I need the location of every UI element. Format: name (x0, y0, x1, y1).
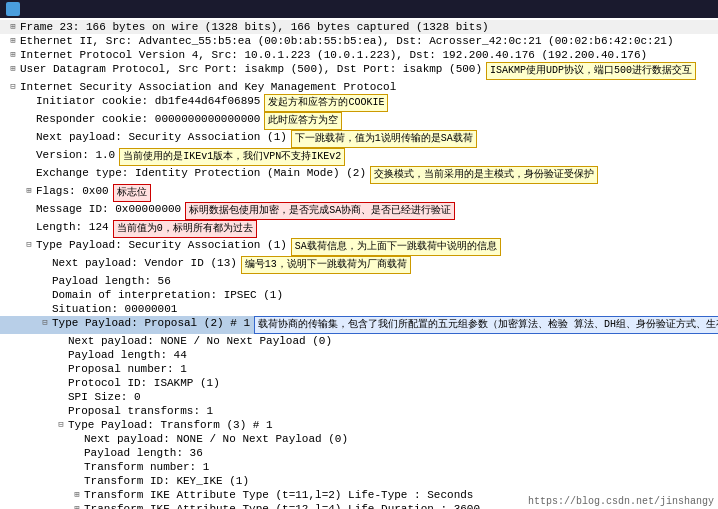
expand-icon[interactable]: ⊟ (22, 238, 36, 252)
watermark: https://blog.csdn.net/jinshangy (524, 494, 718, 509)
line-text: Version: 1.0 (36, 148, 115, 162)
packet-line[interactable]: ⊞User Datagram Protocol, Src Port: isakm… (0, 62, 718, 80)
packet-line: Proposal number: 1 (0, 362, 718, 376)
packet-line: Version: 1.0当前使用的是IKEv1版本，我们VPN不支持IKEv2 (0, 148, 718, 166)
packet-line: Proposal transforms: 1 (0, 404, 718, 418)
line-text: Next payload: Vendor ID (13) (52, 256, 237, 270)
packet-line: Next payload: Vendor ID (13)编号13，说明下一跳载荷… (0, 256, 718, 274)
packet-line: Responder cookie: 0000000000000000此时应答方为… (0, 112, 718, 130)
annotation: 标志位 (113, 184, 151, 202)
title-bar (0, 0, 718, 18)
line-text: Type Payload: Security Association (1) (36, 238, 287, 252)
expand-icon[interactable]: ⊞ (6, 20, 20, 34)
annotation: 发起方和应答方的COOKIE (264, 94, 388, 112)
annotation: 载荷协商的传输集，包含了我们所配置的五元组参数（加密算法、检验 算法、DH组、身… (254, 316, 718, 334)
line-text: Ethernet II, Src: Advantec_55:b5:ea (00:… (20, 34, 674, 48)
line-text: Transform ID: KEY_IKE (1) (84, 474, 249, 488)
line-text: Proposal number: 1 (68, 362, 187, 376)
line-text: Protocol ID: ISAKMP (1) (68, 376, 220, 390)
line-text: SPI Size: 0 (68, 390, 141, 404)
packet-line[interactable]: ⊟Type Payload: Proposal (2) # 1载荷协商的传输集，… (0, 316, 718, 334)
line-text: Situation: 00000001 (52, 302, 177, 316)
line-text: Type Payload: Proposal (2) # 1 (52, 316, 250, 330)
line-text: Responder cookie: 0000000000000000 (36, 112, 260, 126)
packet-line: Next payload: Security Association (1)下一… (0, 130, 718, 148)
annotation: 下一跳载荷，值为1说明传输的是SA载荷 (291, 130, 477, 148)
line-text: User Datagram Protocol, Src Port: isakmp… (20, 62, 482, 76)
packet-line: SPI Size: 0 (0, 390, 718, 404)
annotation: ISAKMP使用UDP协议，端口500进行数据交互 (486, 62, 696, 80)
packet-content: ⊞Frame 23: 166 bytes on wire (1328 bits)… (0, 18, 718, 509)
line-text: Next payload: NONE / No Next Payload (0) (68, 334, 332, 348)
packet-line: Protocol ID: ISAKMP (1) (0, 376, 718, 390)
expand-icon[interactable]: ⊞ (70, 488, 84, 502)
packet-line: Transform number: 1 (0, 460, 718, 474)
annotation: 标明数据包使用加密，是否完成SA协商、是否已经进行验证 (185, 202, 455, 220)
line-text: Initiator cookie: db1fe44d64f06895 (36, 94, 260, 108)
expand-icon[interactable]: ⊟ (38, 316, 52, 330)
packet-line: Payload length: 44 (0, 348, 718, 362)
expand-icon[interactable]: ⊟ (54, 418, 68, 432)
expand-icon[interactable]: ⊞ (22, 184, 36, 198)
packet-line: Domain of interpretation: IPSEC (1) (0, 288, 718, 302)
packet-line[interactable]: ⊞Internet Protocol Version 4, Src: 10.0.… (0, 48, 718, 62)
line-text: Message ID: 0x00000000 (36, 202, 181, 216)
expand-icon[interactable]: ⊞ (6, 48, 20, 62)
line-text: Transform number: 1 (84, 460, 209, 474)
annotation: SA载荷信息，为上面下一跳载荷中说明的信息 (291, 238, 501, 256)
line-text: Transform IKE Attribute Type (t=12,l=4) … (84, 502, 480, 509)
line-text: Transform IKE Attribute Type (t=11,l=2) … (84, 488, 473, 502)
packet-line[interactable]: ⊟Internet Security Association and Key M… (0, 80, 718, 94)
annotation: 当前值为0，标明所有都为过去 (113, 220, 257, 238)
packet-line[interactable]: ⊞Ethernet II, Src: Advantec_55:b5:ea (00… (0, 34, 718, 48)
expand-icon[interactable]: ⊟ (6, 80, 20, 94)
packet-line: Length: 124当前值为0，标明所有都为过去 (0, 220, 718, 238)
line-text: Payload length: 36 (84, 446, 203, 460)
annotation: 编号13，说明下一跳载荷为厂商载荷 (241, 256, 411, 274)
packet-line: Payload length: 36 (0, 446, 718, 460)
packet-line: Transform ID: KEY_IKE (1) (0, 474, 718, 488)
expand-icon[interactable]: ⊞ (6, 34, 20, 48)
line-text: Internet Security Association and Key Ma… (20, 80, 396, 94)
line-text: Domain of interpretation: IPSEC (1) (52, 288, 283, 302)
line-text: Payload length: 44 (68, 348, 187, 362)
expand-icon[interactable]: ⊞ (70, 502, 84, 509)
annotation: 当前使用的是IKEv1版本，我们VPN不支持IKEv2 (119, 148, 345, 166)
packet-line[interactable]: ⊞Flags: 0x00标志位 (0, 184, 718, 202)
app-icon (6, 2, 20, 16)
line-text: Flags: 0x00 (36, 184, 109, 198)
line-text: Proposal transforms: 1 (68, 404, 213, 418)
annotation: 此时应答方为空 (264, 112, 342, 130)
packet-line: Message ID: 0x00000000标明数据包使用加密，是否完成SA协商… (0, 202, 718, 220)
packet-line: Exchange type: Identity Protection (Main… (0, 166, 718, 184)
line-text: Next payload: NONE / No Next Payload (0) (84, 432, 348, 446)
packet-line: Situation: 00000001 (0, 302, 718, 316)
packet-line: Initiator cookie: db1fe44d64f06895发起方和应答… (0, 94, 718, 112)
line-text: Next payload: Security Association (1) (36, 130, 287, 144)
packet-line[interactable]: ⊞Frame 23: 166 bytes on wire (1328 bits)… (0, 20, 718, 34)
packet-line: Next payload: NONE / No Next Payload (0) (0, 334, 718, 348)
line-text: Internet Protocol Version 4, Src: 10.0.1… (20, 48, 647, 62)
packet-line[interactable]: ⊟Type Payload: Transform (3) # 1 (0, 418, 718, 432)
line-text: Length: 124 (36, 220, 109, 234)
line-text: Type Payload: Transform (3) # 1 (68, 418, 273, 432)
packet-line[interactable]: ⊟Type Payload: Security Association (1)S… (0, 238, 718, 256)
packet-line: Next payload: NONE / No Next Payload (0) (0, 432, 718, 446)
line-text: Exchange type: Identity Protection (Main… (36, 166, 366, 180)
line-text: Frame 23: 166 bytes on wire (1328 bits),… (20, 20, 489, 34)
expand-icon[interactable]: ⊞ (6, 62, 20, 76)
packet-line: Payload length: 56 (0, 274, 718, 288)
line-text: Payload length: 56 (52, 274, 171, 288)
annotation: 交换模式，当前采用的是主模式，身份验证受保护 (370, 166, 598, 184)
